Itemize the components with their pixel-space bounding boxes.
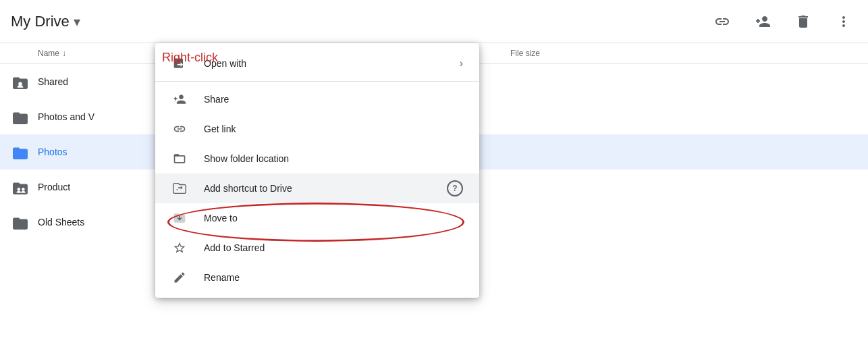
menu-item-show-folder-location[interactable]: Show folder location: [155, 144, 479, 174]
open-with-icon: [171, 55, 188, 72]
get-link-icon: [171, 121, 188, 137]
row-icon: [11, 109, 38, 124]
menu-label-starred: Add to Starred: [204, 242, 463, 253]
drive-chevron[interactable]: ▾: [74, 14, 80, 30]
add-person-icon: [755, 14, 771, 30]
col-header-size: File size: [510, 49, 578, 58]
header-right: [709, 8, 857, 35]
link-icon: [714, 14, 730, 30]
drive-title: My Drive: [11, 13, 70, 30]
menu-label-open-with: Open with: [204, 58, 443, 69]
pencil-icon: [171, 269, 188, 286]
star-icon: [171, 240, 188, 256]
more-button[interactable]: [830, 8, 857, 35]
svg-point-2: [22, 188, 24, 190]
folder-icon: [11, 109, 30, 124]
folder-icon: [11, 215, 30, 230]
context-menu: Open with › Share Get link: [155, 43, 479, 298]
move-to-icon: [171, 210, 188, 226]
svg-point-1: [18, 188, 20, 190]
menu-label-show-folder: Show folder location: [204, 153, 463, 164]
menu-item-get-link[interactable]: Get link: [155, 114, 479, 144]
trash-button[interactable]: [790, 8, 817, 35]
menu-label-get-link: Get link: [204, 124, 463, 134]
add-person-button[interactable]: [749, 8, 776, 35]
menu-label-move-to: Move to: [204, 213, 463, 223]
more-icon: [836, 14, 852, 30]
menu-item-add-shortcut[interactable]: Add shortcut to Drive ?: [155, 174, 479, 203]
context-menu-overlay: Open with › Share Get link: [155, 43, 479, 298]
shortcut-icon: [171, 180, 188, 196]
link-button[interactable]: [709, 8, 736, 35]
row-icon: [11, 180, 38, 194]
arrow-icon: ›: [460, 57, 463, 70]
menu-label-add-shortcut: Add shortcut to Drive: [204, 183, 431, 194]
menu-item-add-starred[interactable]: Add to Starred: [155, 233, 479, 263]
folder-icon-selected: [11, 144, 30, 159]
menu-item-share[interactable]: Share: [155, 84, 479, 114]
menu-item-open-with[interactable]: Open with ›: [155, 49, 479, 78]
menu-label-rename: Rename: [204, 272, 463, 283]
row-icon: [11, 74, 38, 89]
row-icon: [11, 215, 38, 230]
trash-icon: [795, 14, 811, 30]
share-icon: [171, 91, 188, 107]
folder-outline-icon: [171, 151, 188, 167]
svg-point-3: [176, 189, 178, 190]
menu-label-share: Share: [204, 94, 463, 105]
header: My Drive ▾: [0, 0, 868, 43]
menu-item-move-to[interactable]: Move to: [155, 203, 479, 233]
shared-folder-icon: [11, 74, 30, 89]
people-folder-icon: [11, 180, 30, 194]
row-icon: [11, 144, 38, 159]
header-left: My Drive ▾: [11, 13, 80, 30]
menu-divider: [155, 81, 479, 82]
menu-item-rename[interactable]: Rename: [155, 263, 479, 292]
help-icon[interactable]: ?: [447, 180, 463, 196]
